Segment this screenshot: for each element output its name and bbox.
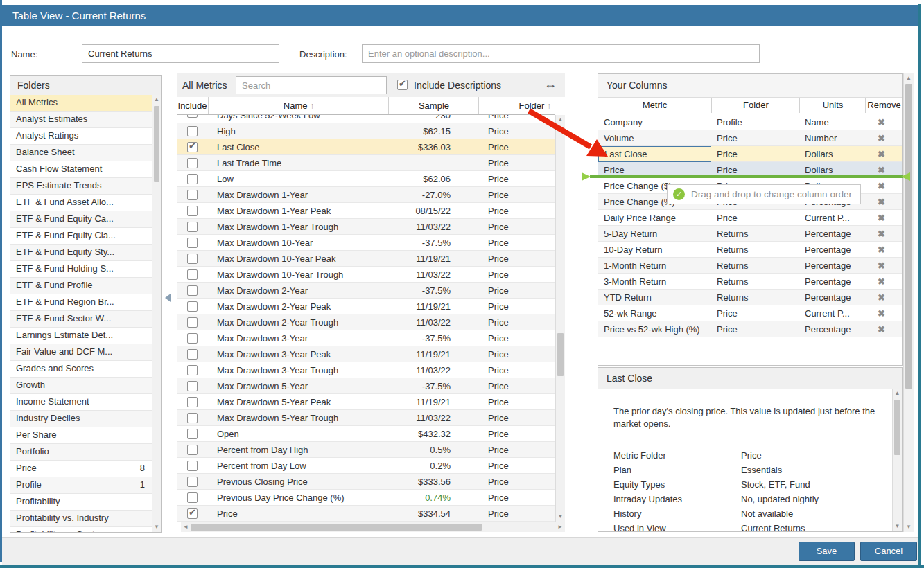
folder-item[interactable]: ETF & Fund Equity Cla... xyxy=(10,228,152,245)
include-checkbox[interactable] xyxy=(187,477,198,487)
include-checkbox[interactable] xyxy=(187,158,198,168)
folder-item[interactable]: Income Statement xyxy=(10,394,152,411)
metric-row[interactable]: Low $62.06 Price xyxy=(177,171,555,187)
folder-item[interactable]: Growth xyxy=(10,378,152,394)
metric-row[interactable]: High $62.15 Price xyxy=(177,123,555,139)
include-checkbox[interactable] xyxy=(187,254,198,264)
your-column-row[interactable]: 52-wk Range Price Current P... ✖ xyxy=(598,305,902,321)
metric-row[interactable]: Max Drawdown 2-Year Trough 11/03/22 Pric… xyxy=(177,314,555,330)
your-column-row[interactable]: Volume Price Number ✖ xyxy=(598,130,902,146)
metric-row[interactable]: Percent from Day Low 0.2% Price xyxy=(177,458,555,474)
include-checkbox[interactable] xyxy=(187,461,198,471)
remove-column-button[interactable]: ✖ xyxy=(865,229,898,239)
remove-column-button[interactable]: ✖ xyxy=(865,308,898,319)
metric-row[interactable]: Max Drawdown 10-Year Peak 11/19/21 Price xyxy=(177,251,555,267)
folder-item[interactable]: Portfolio xyxy=(10,444,152,461)
remove-column-button[interactable]: ✖ xyxy=(865,292,898,303)
folder-item[interactable]: Profitability xyxy=(10,494,152,511)
column-header-name[interactable]: Name ↑ xyxy=(208,97,389,114)
metric-row[interactable]: Max Drawdown 1-Year Trough 11/03/22 Pric… xyxy=(177,219,555,235)
remove-column-button[interactable]: ✖ xyxy=(865,245,898,255)
folder-item[interactable]: ETF & Fund Sector W... xyxy=(10,311,152,328)
remove-column-button[interactable]: ✖ xyxy=(865,197,898,207)
resize-horizontal-icon[interactable]: ↔ xyxy=(544,77,557,91)
your-column-row[interactable]: YTD Return Returns Percentage ✖ xyxy=(598,290,902,305)
folder-item[interactable]: ETF & Fund Equity Ca... xyxy=(10,211,152,228)
your-column-row[interactable]: Price vs 52-wk High (%) Price Percentage… xyxy=(598,321,902,337)
metric-row[interactable]: Max Drawdown 5-Year -37.5% Price xyxy=(177,378,555,394)
scroll-left-icon[interactable]: ◄ xyxy=(182,522,190,532)
include-checkbox[interactable] xyxy=(187,333,198,344)
include-checkbox[interactable] xyxy=(187,190,198,200)
scroll-down-icon[interactable]: ▼ xyxy=(556,513,565,521)
scroll-up-icon[interactable]: ▲ xyxy=(904,74,914,82)
include-checkbox[interactable] xyxy=(187,397,198,407)
folder-item[interactable]: Profitability vs. Sector xyxy=(10,527,152,532)
scroll-down-icon[interactable]: ▼ xyxy=(904,523,914,531)
include-checkbox[interactable] xyxy=(187,429,198,439)
include-checkbox[interactable] xyxy=(187,174,198,184)
include-checkbox[interactable] xyxy=(187,508,198,519)
metric-row[interactable]: Price $334.54 Price xyxy=(177,506,555,522)
folder-item[interactable]: ETF & Fund Holding S... xyxy=(10,261,152,278)
folder-item[interactable]: EPS Estimate Trends xyxy=(10,178,152,195)
folder-item[interactable]: Per Share xyxy=(10,427,152,444)
collapse-panel-icon[interactable] xyxy=(165,294,171,302)
cancel-button[interactable]: Cancel xyxy=(860,542,917,561)
your-column-row[interactable]: 5-Day Return Returns Percentage ✖ xyxy=(598,226,902,242)
folder-item[interactable]: Industry Deciles xyxy=(10,411,152,427)
metric-row[interactable]: Max Drawdown 1-Year Peak 08/15/22 Price xyxy=(177,203,555,219)
include-checkbox[interactable] xyxy=(187,349,198,360)
metric-row[interactable]: Open $432.32 Price xyxy=(177,426,555,442)
metric-row[interactable]: Max Drawdown 3-Year Trough 11/03/22 Pric… xyxy=(177,362,555,378)
metric-row[interactable]: Max Drawdown 5-Year Peak 11/19/21 Price xyxy=(177,394,555,410)
metric-row[interactable]: Max Drawdown 1-Year -27.0% Price xyxy=(177,187,555,203)
scroll-up-icon[interactable]: ▲ xyxy=(893,389,902,398)
metric-row[interactable]: Max Drawdown 3-Year -37.5% Price xyxy=(177,330,555,346)
include-checkbox[interactable] xyxy=(187,365,198,375)
metric-row[interactable]: Previous Closing Price $333.56 Price xyxy=(177,474,555,490)
remove-column-button[interactable]: ✖ xyxy=(865,324,898,335)
metric-row[interactable]: Max Drawdown 10-Year Trough 11/03/22 Pri… xyxy=(177,267,555,283)
include-checkbox[interactable] xyxy=(187,238,198,248)
scroll-down-icon[interactable]: ▼ xyxy=(893,522,902,531)
right-pane-scrollbar[interactable]: ▲ ▼ xyxy=(903,73,914,532)
metric-row[interactable]: Last Trade Time Price xyxy=(177,155,555,171)
metric-row[interactable]: Max Drawdown 5-Year Trough 11/03/22 Pric… xyxy=(177,410,555,426)
include-checkbox[interactable] xyxy=(187,445,198,455)
metric-row[interactable]: Max Drawdown 3-Year Peak 11/19/21 Price xyxy=(177,346,555,362)
remove-column-button[interactable]: ✖ xyxy=(865,165,898,175)
include-checkbox[interactable] xyxy=(187,381,198,391)
metrics-scrollbar-thumb[interactable] xyxy=(557,333,564,376)
include-checkbox[interactable] xyxy=(187,269,198,280)
your-column-row[interactable]: Daily Price Range Price Current P... ✖ xyxy=(598,210,902,226)
detail-scrollbar-thumb[interactable] xyxy=(894,400,900,455)
include-checkbox[interactable] xyxy=(187,317,198,328)
folder-item[interactable]: Fair Value and DCF M... xyxy=(10,344,152,361)
your-column-row[interactable]: Last Close Price Dollars ✖ xyxy=(598,146,902,162)
metric-row[interactable]: Last Close $336.03 Price xyxy=(177,139,555,155)
folder-item[interactable]: Profile 1 xyxy=(10,477,152,494)
remove-column-button[interactable]: ✖ xyxy=(865,276,898,287)
include-checkbox[interactable] xyxy=(187,115,198,118)
metric-row[interactable]: Previous Day Price Change (%) 0.74% Pric… xyxy=(177,490,555,506)
remove-column-button[interactable]: ✖ xyxy=(865,260,898,271)
folders-scrollbar-thumb[interactable] xyxy=(154,106,159,182)
folder-item[interactable]: All Metrics xyxy=(10,95,152,112)
metric-row[interactable]: Days Since 52-Week Low 230 Price xyxy=(177,115,555,123)
column-header-folder[interactable]: Folder ↑ xyxy=(478,97,555,114)
folder-item[interactable]: Price 8 xyxy=(10,461,152,477)
folder-item[interactable]: Balance Sheet xyxy=(10,145,152,161)
include-checkbox[interactable] xyxy=(187,413,198,423)
your-column-row[interactable]: 10-Day Return Returns Percentage ✖ xyxy=(598,242,902,258)
folders-scrollbar[interactable]: ▲ ▼ xyxy=(152,95,161,532)
metric-row[interactable]: Max Drawdown 10-Year -37.5% Price xyxy=(177,235,555,251)
include-checkbox[interactable] xyxy=(187,222,198,232)
detail-scrollbar[interactable]: ▲ ▼ xyxy=(892,389,902,531)
metrics-horizontal-scrollbar[interactable]: ◄ ► xyxy=(181,522,565,532)
remove-column-button[interactable]: ✖ xyxy=(865,213,898,223)
metric-row[interactable]: Percent from Day High 0.5% Price xyxy=(177,442,555,458)
include-descriptions-checkbox[interactable] xyxy=(397,80,408,90)
include-checkbox[interactable] xyxy=(187,126,198,136)
include-checkbox[interactable] xyxy=(187,301,198,312)
